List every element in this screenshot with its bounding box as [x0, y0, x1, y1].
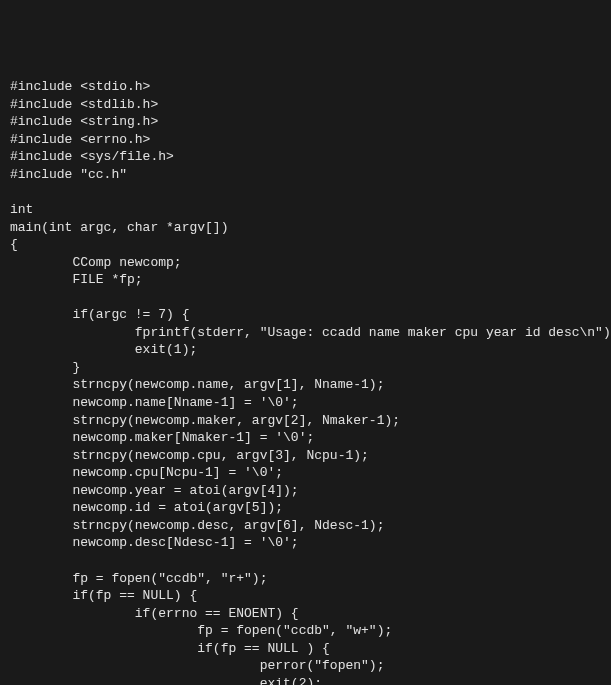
code-line: }	[10, 360, 80, 375]
code-line: exit(2);	[10, 676, 322, 685]
code-line: strncpy(newcomp.maker, argv[2], Nmaker-1…	[10, 413, 400, 428]
code-line: if(errno == ENOENT) {	[10, 606, 299, 621]
code-line: #include <stdio.h>	[10, 79, 150, 94]
code-line: exit(1);	[10, 342, 197, 357]
code-line: fp = fopen("ccdb", "w+");	[10, 623, 392, 638]
code-line: newcomp.cpu[Ncpu-1] = '\0';	[10, 465, 283, 480]
code-line: #include <sys/file.h>	[10, 149, 174, 164]
code-line: CComp newcomp;	[10, 255, 182, 270]
code-line: #include <stdlib.h>	[10, 97, 158, 112]
code-line: strncpy(newcomp.name, argv[1], Nname-1);	[10, 377, 384, 392]
code-editor: #include <stdio.h> #include <stdlib.h> #…	[10, 78, 601, 685]
code-line: newcomp.year = atoi(argv[4]);	[10, 483, 299, 498]
code-line: #include "cc.h"	[10, 167, 127, 182]
code-line: perror("fopen");	[10, 658, 384, 673]
code-line: if(fp == NULL) {	[10, 588, 197, 603]
code-line: fprintf(stderr, "Usage: ccadd name maker…	[10, 325, 611, 340]
code-line: if(fp == NULL ) {	[10, 641, 330, 656]
code-line: newcomp.name[Nname-1] = '\0';	[10, 395, 299, 410]
code-line: fp = fopen("ccdb", "r+");	[10, 571, 267, 586]
code-line: {	[10, 237, 18, 252]
code-line: if(argc != 7) {	[10, 307, 189, 322]
code-line: FILE *fp;	[10, 272, 143, 287]
code-line: strncpy(newcomp.cpu, argv[3], Ncpu-1);	[10, 448, 369, 463]
code-line: newcomp.desc[Ndesc-1] = '\0';	[10, 535, 299, 550]
code-line: #include <string.h>	[10, 114, 158, 129]
code-line: strncpy(newcomp.desc, argv[6], Ndesc-1);	[10, 518, 384, 533]
code-line: newcomp.maker[Nmaker-1] = '\0';	[10, 430, 314, 445]
code-line: int	[10, 202, 33, 217]
code-line: main(int argc, char *argv[])	[10, 220, 228, 235]
code-line: #include <errno.h>	[10, 132, 150, 147]
code-line: newcomp.id = atoi(argv[5]);	[10, 500, 283, 515]
